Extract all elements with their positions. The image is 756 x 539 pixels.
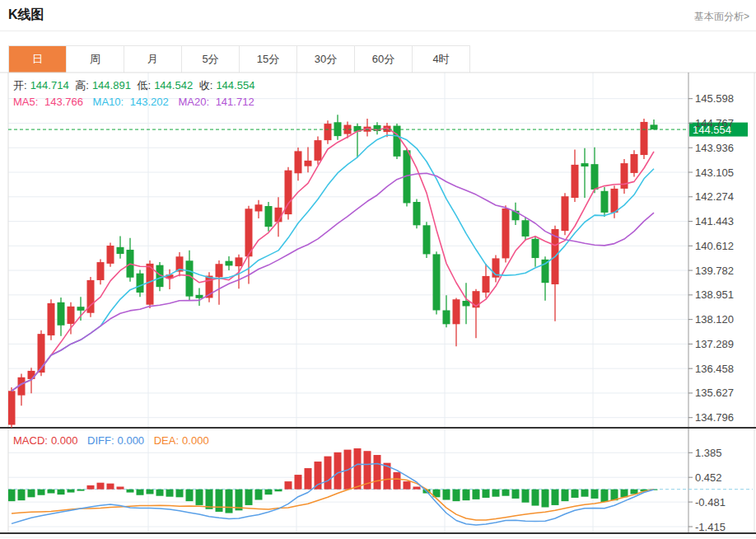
svg-text:138.120: 138.120: [695, 313, 734, 326]
macd-histogram: [8, 448, 658, 513]
close-label: 收:: [199, 79, 213, 91]
ohlc-legend: 开:144.714 高:144.891 低:144.542 收:144.554: [13, 78, 258, 93]
dea-label-value: DEA:0.000: [154, 434, 212, 447]
svg-text:143.936: 143.936: [695, 142, 734, 154]
ma10-label-value: MA10: 143.202: [93, 96, 172, 108]
svg-text:142.274: 142.274: [695, 190, 734, 203]
svg-text:139.782: 139.782: [695, 265, 734, 277]
kline-page: K线图 基本面分析> 日周月5分15分30分60分4时 144.554145.5…: [0, 0, 756, 539]
svg-text:138.951: 138.951: [695, 288, 734, 301]
svg-text:134.796: 134.796: [695, 411, 734, 424]
macd-label-value: MACD:0.000: [13, 434, 81, 447]
svg-text:140.612: 140.612: [695, 240, 734, 252]
low-label: 低:: [138, 79, 152, 91]
ma-legend: MA5: 143.766 MA10: 143.202 MA20: 141.712: [13, 96, 261, 108]
high-value: 144.891: [92, 79, 131, 91]
svg-text:135.627: 135.627: [695, 387, 734, 399]
svg-text:-1.415: -1.415: [695, 521, 726, 533]
svg-text:0.452: 0.452: [695, 471, 722, 484]
svg-text:143.105: 143.105: [695, 166, 734, 179]
svg-text:144.767: 144.767: [695, 117, 734, 129]
ma20-label-value: MA20: 141.712: [178, 96, 257, 108]
svg-text:145.598: 145.598: [695, 92, 734, 105]
candlesticks: [8, 115, 658, 429]
diff-label-value: DIFF:0.000: [87, 434, 147, 447]
low-value: 144.542: [154, 79, 193, 91]
svg-text:136.458: 136.458: [695, 363, 734, 375]
macd-legend: MACD:0.000 DIFF:0.000 DEA:0.000: [13, 434, 216, 447]
open-value: 144.714: [30, 79, 69, 91]
close-value: 144.554: [216, 79, 254, 91]
high-label: 高:: [75, 79, 89, 91]
svg-text:-0.481: -0.481: [695, 496, 726, 509]
ma5-label-value: MA5: 143.766: [13, 96, 86, 108]
svg-text:1.385: 1.385: [695, 447, 722, 459]
svg-text:141.443: 141.443: [695, 215, 734, 227]
svg-text:137.289: 137.289: [695, 338, 734, 350]
open-label: 开:: [13, 79, 27, 91]
